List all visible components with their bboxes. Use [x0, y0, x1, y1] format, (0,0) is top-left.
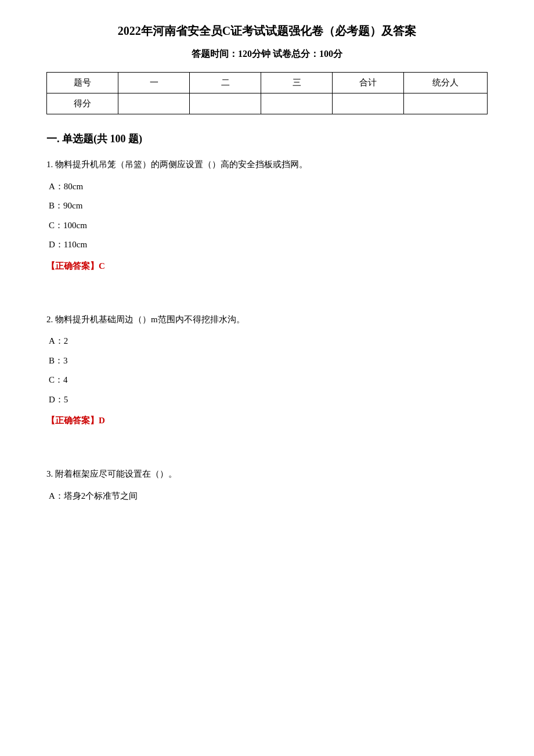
option-label: A： [49, 182, 64, 191]
option-text: 2 [64, 336, 68, 345]
option-text: 90cm [63, 201, 82, 210]
table-cell-1 [118, 93, 190, 114]
question-1-option-a: A：80cm [49, 179, 488, 195]
option-label: D： [49, 395, 64, 404]
question-2-text: 2. 物料提升机基础周边（）m范围内不得挖排水沟。 [46, 312, 488, 327]
option-text: 塔身2个标准节之间 [64, 491, 138, 501]
option-label: C： [49, 375, 63, 384]
table-header-5: 统分人 [404, 73, 488, 93]
table-cell-4 [333, 93, 404, 114]
table-header-3: 三 [261, 73, 333, 93]
table-header-0: 题号 [47, 73, 118, 93]
option-label: B： [49, 356, 63, 365]
question-1-text: 1. 物料提升机吊笼（吊篮）的两侧应设置（）高的安全挡板或挡网。 [46, 157, 488, 172]
option-label: C： [49, 221, 63, 230]
score-table: 题号 一 二 三 合计 统分人 得分 [46, 72, 488, 114]
answer-prefix: 【正确答案】 [46, 261, 99, 271]
option-label: D： [49, 240, 64, 249]
answer-letter: D [99, 416, 105, 425]
option-text: 110cm [64, 240, 87, 249]
option-text: 5 [64, 395, 68, 404]
question-2-option-c: C：4 [49, 373, 488, 388]
option-label: A： [49, 336, 64, 345]
table-cell-3 [261, 93, 333, 114]
question-2-option-b: B：3 [49, 354, 488, 369]
option-text: 100cm [63, 221, 87, 230]
question-2-option-a: A：2 [49, 334, 488, 349]
page-title: 2022年河南省安全员C证考试试题强化卷（必考题）及答案 [46, 23, 488, 39]
answer-letter: C [99, 261, 105, 271]
table-cell-2 [190, 93, 261, 114]
question-2-answer: 【正确答案】D [46, 415, 488, 426]
section-title: 一. 单选题(共 100 题) [46, 132, 488, 146]
table-header-2: 二 [190, 73, 261, 93]
question-2: 2. 物料提升机基础周边（）m范围内不得挖排水沟。 A：2 B：3 C：4 D：… [46, 312, 488, 427]
question-1-answer: 【正确答案】C [46, 261, 488, 272]
page-subtitle: 答题时间：120分钟 试卷总分：100分 [46, 48, 488, 60]
question-1-option-b: B：90cm [49, 199, 488, 214]
question-1-option-c: C：100cm [49, 218, 488, 233]
table-row-label: 得分 [47, 93, 118, 114]
option-label: B： [49, 201, 63, 210]
question-2-option-d: D：5 [49, 393, 488, 408]
question-3: 3. 附着框架应尽可能设置在（）。 A：塔身2个标准节之间 [46, 467, 488, 503]
question-1-option-d: D：110cm [49, 237, 488, 253]
table-header-1: 一 [118, 73, 190, 93]
option-text: 3 [63, 356, 68, 365]
question-1: 1. 物料提升机吊笼（吊篮）的两侧应设置（）高的安全挡板或挡网。 A：80cm … [46, 157, 488, 272]
option-text: 80cm [64, 182, 83, 191]
answer-prefix: 【正确答案】 [46, 416, 99, 425]
table-cell-5 [404, 93, 488, 114]
table-header-4: 合计 [333, 73, 404, 93]
option-label: A： [49, 491, 64, 501]
question-3-option-a: A：塔身2个标准节之间 [49, 489, 488, 504]
option-text: 4 [63, 375, 68, 384]
question-3-text: 3. 附着框架应尽可能设置在（）。 [46, 467, 488, 482]
